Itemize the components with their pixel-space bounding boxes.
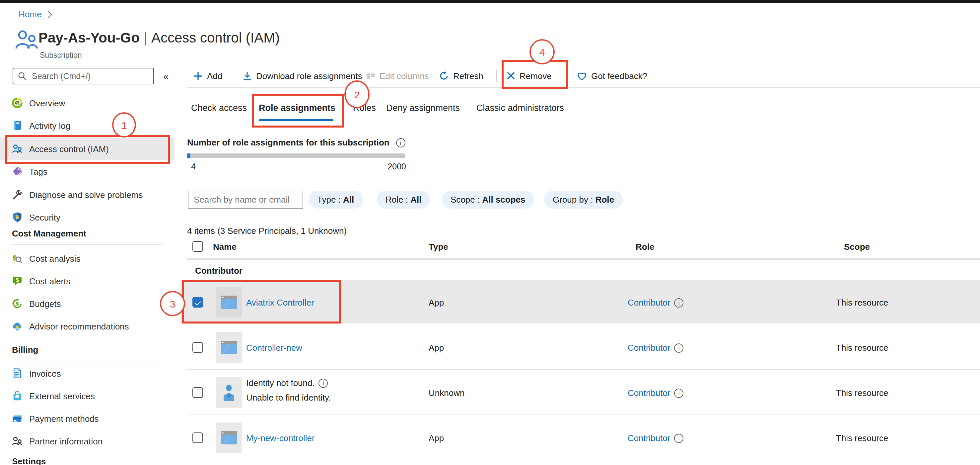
- download-role-assignments-button[interactable]: Download role assignments: [243, 69, 362, 83]
- column-header-name[interactable]: Name: [213, 242, 237, 252]
- sidebar-item-diagnose[interactable]: Diagnose and solve problems: [0, 183, 178, 206]
- info-icon[interactable]: i: [675, 433, 684, 443]
- add-button[interactable]: Add: [194, 69, 222, 83]
- row-checkbox[interactable]: [192, 433, 203, 443]
- sidebar-item-overview[interactable]: $ Overview: [0, 92, 178, 114]
- column-header-role[interactable]: Role: [636, 242, 654, 252]
- info-icon[interactable]: i: [675, 388, 684, 398]
- row-role-link[interactable]: Contributor i: [628, 433, 684, 443]
- table-row[interactable]: My-new-controller App Contributor i This…: [0, 415, 980, 460]
- table-row[interactable]: Aviatrix Controller App Contributor i Th…: [0, 280, 980, 325]
- app-icon: [216, 287, 242, 318]
- row-name-line2: Unable to find identity.: [246, 393, 331, 403]
- top-chrome-bar: [0, 0, 980, 3]
- filter-pill-group-by[interactable]: Group by : Role: [544, 191, 623, 209]
- tab-classic-administrators[interactable]: Classic administrators: [476, 103, 564, 113]
- info-icon[interactable]: i: [675, 343, 684, 352]
- sidebar-item-label: Diagnose and solve problems: [29, 190, 143, 200]
- column-header-scope[interactable]: Scope: [844, 242, 870, 252]
- sidebar-item-security[interactable]: Security: [0, 206, 178, 229]
- row-name-line1: Identity not found. i: [246, 378, 328, 388]
- security-shield-icon: [12, 212, 22, 222]
- row-scope: This resource: [836, 433, 888, 443]
- table-row[interactable]: Identity not found. i Unable to find ide…: [0, 370, 980, 415]
- row-checkbox[interactable]: [192, 297, 203, 308]
- column-header-type[interactable]: Type: [429, 242, 448, 252]
- sidebar-item-label: Cost analysis: [29, 253, 81, 264]
- sidebar-item-label: Activity log: [29, 121, 70, 131]
- info-icon[interactable]: i: [675, 298, 684, 307]
- sidebar-item-label: Security: [29, 212, 60, 222]
- plus-icon: [194, 72, 202, 80]
- row-name-link[interactable]: My-new-controller: [246, 433, 315, 443]
- diagnose-wrench-icon: [12, 189, 22, 200]
- edit-columns-button: Edit columns: [366, 69, 429, 83]
- select-all-checkbox[interactable]: [192, 241, 203, 252]
- download-icon: [243, 72, 251, 80]
- subscription-people-icon: [14, 29, 38, 51]
- page-title: Pay-As-You-Go|Access control (IAM): [38, 30, 280, 46]
- sidebar-search-box[interactable]: [13, 68, 154, 85]
- row-type: App: [429, 433, 444, 443]
- filter-pill-role[interactable]: Role : All: [377, 191, 430, 209]
- meter-track: [187, 153, 405, 158]
- row-divider: [187, 460, 980, 460]
- row-scope: This resource: [836, 297, 888, 308]
- sidebar-item-access-control-iam[interactable]: Access control (IAM): [0, 137, 175, 160]
- table-header-divider: [187, 259, 980, 259]
- remove-button[interactable]: Remove: [507, 69, 552, 83]
- row-type: App: [429, 297, 444, 308]
- person-icon: [216, 377, 242, 408]
- row-type: App: [429, 343, 444, 353]
- sidebar-item-cost-analysis[interactable]: $ Cost analysis: [0, 247, 178, 270]
- sidebar-item-activity-log[interactable]: Activity log: [0, 114, 178, 137]
- sidebar-collapse-button[interactable]: «: [163, 70, 169, 82]
- got-feedback-button[interactable]: Got feedback?: [577, 69, 647, 83]
- sidebar-item-label: Overview: [29, 98, 65, 108]
- sidebar-item-label: Tags: [29, 166, 48, 176]
- row-scope: This resource: [836, 343, 888, 353]
- tab-deny-assignments[interactable]: Deny assignments: [386, 103, 460, 113]
- row-checkbox[interactable]: [192, 387, 203, 398]
- info-icon[interactable]: i: [319, 378, 328, 388]
- tags-icon: [12, 166, 22, 177]
- active-tab-underline: [259, 119, 333, 121]
- filter-search-input[interactable]: [188, 191, 303, 209]
- sidebar-item-tags[interactable]: Tags: [0, 160, 178, 183]
- app-icon: [216, 332, 242, 363]
- azure-portal-page: Home Pay-As-You-Go|Access control (IAM) …: [0, 0, 980, 465]
- sidebar-section-cost-management: Cost Management: [12, 229, 86, 238]
- activity-log-icon: [12, 120, 22, 131]
- info-icon[interactable]: i: [396, 138, 406, 147]
- breadcrumb-home-link[interactable]: Home: [19, 9, 41, 19]
- refresh-icon: [439, 71, 449, 80]
- overview-icon: $: [12, 97, 22, 108]
- row-name-link[interactable]: Controller-new: [246, 343, 302, 353]
- role-assignments-meter-label: Number of role assignments for this subs…: [187, 137, 406, 147]
- edit-columns-icon: [366, 72, 375, 80]
- table-summary: 4 items (3 Service Principals, 1 Unknown…: [187, 226, 347, 236]
- page-subtitle: Subscription: [40, 51, 82, 59]
- filter-pill-type[interactable]: Type : All: [309, 191, 363, 209]
- annotation-circle-step-4: 4: [530, 39, 555, 64]
- filter-pill-scope[interactable]: Scope : All scopes: [442, 191, 534, 209]
- table-row[interactable]: Controller-new App Contributor i This re…: [0, 325, 980, 370]
- row-role-link[interactable]: Contributor i: [628, 343, 684, 353]
- row-role-link[interactable]: Contributor i: [628, 297, 684, 308]
- tab-roles[interactable]: Roles: [353, 103, 376, 113]
- row-role-link[interactable]: Contributor i: [628, 388, 684, 398]
- chevron-right-icon: [47, 10, 52, 18]
- row-name-link[interactable]: Aviatrix Controller: [246, 297, 314, 308]
- sidebar-item-label: Access control (IAM): [29, 144, 109, 154]
- refresh-button[interactable]: Refresh: [439, 69, 484, 83]
- meter-max-value: 2000: [187, 162, 406, 171]
- row-type: Unknown: [429, 388, 465, 398]
- tab-check-access[interactable]: Check access: [191, 103, 247, 113]
- row-checkbox[interactable]: [192, 342, 203, 353]
- tab-role-assignments[interactable]: Role assignments: [259, 103, 336, 113]
- search-icon: [18, 72, 27, 80]
- group-header-contributor: Contributor: [195, 266, 242, 276]
- sidebar-search-input[interactable]: [30, 71, 149, 81]
- toolbar-divider: [187, 87, 980, 88]
- breadcrumb: Home: [19, 9, 52, 19]
